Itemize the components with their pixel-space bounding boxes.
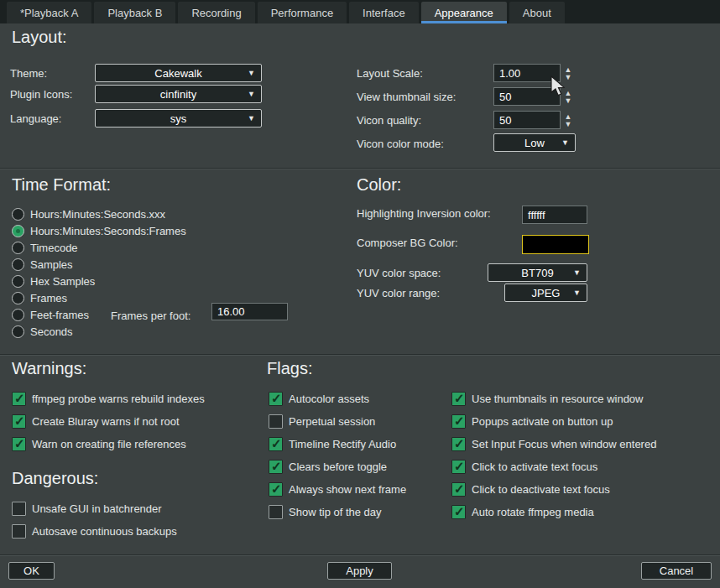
color-section-title: Color: xyxy=(357,175,401,195)
checkbox-label: Unsafe GUI in batchrender xyxy=(32,502,162,515)
radio-option-hex-samples: Hex Samples xyxy=(12,273,95,289)
vicon-quality-spinner[interactable]: ▲ ▼ xyxy=(561,111,575,129)
checkbox-label: Click to activate text focus xyxy=(472,461,597,473)
checkbox-label: Use thumbnails in resource window xyxy=(472,393,643,405)
radio-button[interactable] xyxy=(12,275,24,288)
radio-label: Hex Samples xyxy=(30,275,95,288)
language-dropdown[interactable]: sys ▼ xyxy=(95,109,262,127)
spin-up-icon[interactable]: ▲ xyxy=(565,90,572,96)
checkbox-label: Create Bluray warns if not root xyxy=(32,415,180,428)
checkbox[interactable] xyxy=(12,524,26,539)
yuv-color-range-dropdown[interactable]: JPEG ▼ xyxy=(504,284,587,302)
checkbox-label: Always show next frame xyxy=(289,483,406,496)
spin-up-icon[interactable]: ▲ xyxy=(565,66,572,73)
tab-bar: *Playback A Playback B Recording Perform… xyxy=(0,0,720,23)
yuv-color-space-label: YUV color space: xyxy=(357,267,441,279)
cancel-button[interactable]: Cancel xyxy=(641,562,712,580)
theme-label: Theme: xyxy=(10,67,47,80)
radio-button[interactable] xyxy=(12,225,24,237)
highlighting-inversion-color-label: Highlighting Inversion color: xyxy=(357,207,491,220)
radio-option-hms-xxx: Hours:Minutes:Seconds.xxx xyxy=(12,206,165,222)
tab-appearance[interactable]: Appearance xyxy=(421,2,507,23)
checkbox[interactable] xyxy=(12,437,26,451)
checkbox[interactable] xyxy=(269,505,283,519)
vicon-quality-input[interactable]: 50 xyxy=(493,111,561,129)
radio-button[interactable] xyxy=(12,309,24,321)
checkbox-row-unsafe-gui: Unsafe GUI in batchrender xyxy=(12,500,162,517)
section-divider xyxy=(0,554,720,556)
checkbox[interactable] xyxy=(12,392,26,406)
checkbox[interactable] xyxy=(269,414,283,429)
dangerous-section-title: Dangerous: xyxy=(12,469,98,488)
view-thumbnail-size-value: 50 xyxy=(499,91,511,103)
checkbox[interactable] xyxy=(269,437,283,451)
checkbox[interactable] xyxy=(269,392,283,406)
checkbox[interactable] xyxy=(451,505,466,519)
checkbox-row-autocolor-assets: Autocolor assets xyxy=(269,390,369,407)
chevron-down-icon: ▼ xyxy=(248,90,255,98)
spin-down-icon[interactable]: ▼ xyxy=(565,121,572,127)
checkbox[interactable] xyxy=(269,460,283,474)
yuv-color-space-dropdown[interactable]: BT709 ▼ xyxy=(488,263,587,282)
radio-button[interactable] xyxy=(12,242,24,254)
vicon-color-mode-value: Low xyxy=(524,137,545,149)
view-thumbnail-size-input[interactable]: 50 xyxy=(493,87,561,106)
checkbox[interactable] xyxy=(269,482,283,497)
tab-about[interactable]: About xyxy=(509,2,565,23)
section-divider xyxy=(0,168,720,169)
checkbox-row-always-show-next-frame: Always show next frame xyxy=(269,481,406,497)
apply-button[interactable]: Apply xyxy=(327,562,392,580)
checkbox-row-use-thumbnails: Use thumbnails in resource window xyxy=(451,390,643,407)
checkbox-label: Perpetual session xyxy=(289,415,375,428)
warnings-section-title: Warnings: xyxy=(12,359,86,378)
layout-scale-spinner[interactable]: ▲ ▼ xyxy=(561,64,575,82)
vicon-color-mode-dropdown[interactable]: Low ▼ xyxy=(493,133,576,152)
yuv-color-space-value: BT709 xyxy=(521,267,553,279)
checkbox[interactable] xyxy=(451,482,466,497)
radio-button[interactable] xyxy=(12,292,24,304)
chevron-down-icon: ▼ xyxy=(248,114,255,122)
radio-button[interactable] xyxy=(12,208,24,221)
checkbox[interactable] xyxy=(12,502,26,516)
tab-performance[interactable]: Performance xyxy=(258,2,347,23)
checkbox-row-auto-rotate: Auto rotate ffmpeg media xyxy=(451,503,594,520)
plugin-icons-dropdown[interactable]: cinfinity ▼ xyxy=(95,85,262,103)
theme-dropdown[interactable]: Cakewalk ▼ xyxy=(95,64,262,82)
checkbox[interactable] xyxy=(451,392,466,406)
radio-option-feet-frames: Feet-frames xyxy=(12,306,89,323)
radio-label: Frames xyxy=(30,292,67,304)
spin-down-icon[interactable]: ▼ xyxy=(565,97,572,104)
radio-button[interactable] xyxy=(12,258,24,271)
layout-scale-input[interactable]: 1.00 xyxy=(493,64,561,82)
checkbox[interactable] xyxy=(451,460,466,474)
checkbox-label: Autocolor assets xyxy=(289,393,369,405)
tab-interface[interactable]: Interface xyxy=(349,2,419,23)
spin-up-icon[interactable]: ▲ xyxy=(565,113,572,120)
spin-down-icon[interactable]: ▼ xyxy=(565,74,572,81)
language-label: Language: xyxy=(10,112,61,125)
checkbox-row-bluray-warns: Create Bluray warns if not root xyxy=(12,413,180,429)
preferences-window: *Playback A Playback B Recording Perform… xyxy=(0,0,720,588)
checkbox[interactable] xyxy=(451,437,466,451)
vicon-quality-value: 50 xyxy=(499,114,511,127)
radio-button[interactable] xyxy=(12,325,24,338)
chevron-down-icon: ▼ xyxy=(573,289,581,297)
flags-section-title: Flags: xyxy=(267,359,312,378)
composer-bg-color-label: Composer BG Color: xyxy=(357,237,458,249)
radio-option-hms-frames: Hours:Minutes:Seconds:Frames xyxy=(12,222,186,239)
checkbox-row-popups-activate: Popups activate on button up xyxy=(451,413,613,429)
tab-playback-b[interactable]: Playback B xyxy=(94,2,175,23)
radio-option-seconds: Seconds xyxy=(12,323,73,340)
ok-button[interactable]: OK xyxy=(8,562,55,580)
radio-label: Hours:Minutes:Seconds:Frames xyxy=(30,225,186,237)
composer-bg-color-swatch[interactable] xyxy=(522,235,589,254)
checkbox[interactable] xyxy=(12,414,26,429)
view-thumbnail-size-spinner[interactable]: ▲ ▼ xyxy=(561,87,575,106)
chevron-down-icon: ▼ xyxy=(248,69,255,77)
tab-playback-a[interactable]: *Playback A xyxy=(7,2,91,23)
tab-recording[interactable]: Recording xyxy=(178,2,254,23)
checkbox-row-ffmpeg-probe: ffmpeg probe warns rebuild indexes xyxy=(12,390,205,407)
checkbox[interactable] xyxy=(451,414,466,429)
frames-per-foot-input[interactable]: 16.00 xyxy=(211,303,288,320)
highlighting-inversion-color-input[interactable]: ffffff xyxy=(522,206,587,224)
